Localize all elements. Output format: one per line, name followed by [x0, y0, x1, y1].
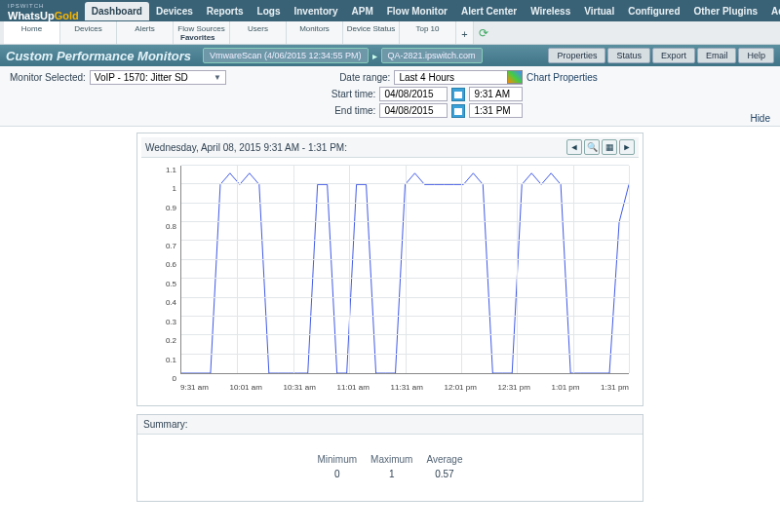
- nav-item-wireless[interactable]: Wireless: [524, 2, 577, 20]
- chart-grid: [180, 166, 629, 374]
- date-range-label: Date range:: [339, 72, 390, 83]
- summary-title: Summary:: [137, 415, 643, 435]
- summary-panel: Summary: Minimum Maximum Average 0 1 0.5…: [136, 414, 644, 502]
- sub-tab-users[interactable]: Users: [230, 21, 287, 44]
- brand-logo: IPSWITCH WhatsUpGold: [6, 0, 85, 23]
- nav-item-logs[interactable]: Logs: [251, 2, 288, 20]
- nav-item-admin[interactable]: Admin: [764, 2, 780, 20]
- summary-col-avg: Average: [426, 454, 462, 465]
- chevron-right-icon: ▸: [372, 51, 377, 61]
- caret-down-icon: ▼: [214, 73, 221, 82]
- sub-tab-devices[interactable]: Devices: [60, 21, 117, 44]
- y-axis: 00.10.20.30.40.50.60.70.80.911.1: [153, 166, 176, 374]
- nav-item-virtual[interactable]: Virtual: [577, 2, 621, 20]
- nav-item-configured[interactable]: Configured: [621, 2, 686, 20]
- end-time-label: End time:: [334, 105, 375, 116]
- chart-properties-link[interactable]: Chart Properties: [507, 70, 598, 84]
- chart-toolbar: ◄ 🔍 ▦ ►: [566, 139, 635, 155]
- nav-item-dashboard[interactable]: Dashboard: [85, 2, 149, 20]
- export-button[interactable]: Export: [652, 48, 695, 63]
- nav-item-other-plugins[interactable]: Other Plugins: [687, 2, 765, 20]
- help-button[interactable]: Help: [738, 48, 774, 63]
- main-nav: DashboardDevicesReportsLogsInventoryAPMF…: [85, 2, 780, 20]
- monitor-label: Monitor Selected:: [10, 72, 86, 83]
- chart-area: 00.10.20.30.40.50.60.70.80.911.1 9:31 am…: [141, 158, 639, 401]
- x-axis: 9:31 am10:01 am10:31 am11:01 am11:31 am1…: [180, 383, 629, 392]
- start-date-input[interactable]: 04/08/2015: [379, 87, 448, 101]
- favorites-label: Favorites: [180, 33, 215, 42]
- calendar-icon[interactable]: [451, 88, 465, 101]
- calendar-icon[interactable]: [451, 104, 465, 118]
- chart-export-button[interactable]: ▦: [602, 139, 617, 155]
- sub-tab-alerts[interactable]: Alerts: [117, 21, 174, 44]
- add-tab-button[interactable]: +: [456, 21, 474, 44]
- sub-tab-home[interactable]: Home: [4, 21, 60, 44]
- chart-next-button[interactable]: ►: [619, 139, 635, 155]
- end-time-input[interactable]: 1:31 PM: [469, 103, 523, 118]
- page-action-buttons: PropertiesStatusExportEmailHelp: [548, 48, 774, 63]
- email-button[interactable]: Email: [697, 48, 737, 63]
- summary-table: Minimum Maximum Average 0 1 0.57: [304, 450, 477, 483]
- breadcrumb: VmwareScan (4/06/2015 12:34:55 PM) ▸ QA-…: [203, 48, 483, 63]
- filter-controls: Monitor Selected: VoIP - 1570: Jitter SD…: [0, 66, 780, 127]
- nav-item-reports[interactable]: Reports: [200, 2, 251, 20]
- refresh-icon[interactable]: ⟳: [474, 21, 493, 44]
- summary-val-max: 1: [370, 469, 412, 479]
- properties-button[interactable]: Properties: [548, 48, 605, 63]
- nav-item-inventory[interactable]: Inventory: [287, 2, 344, 20]
- end-date-input[interactable]: 04/08/2015: [379, 103, 448, 118]
- chart-header: Wednesday, April 08, 2015 9:31 AM - 1:31…: [141, 137, 639, 158]
- nav-item-flow-monitor[interactable]: Flow Monitor: [380, 2, 454, 20]
- breadcrumb-item-1[interactable]: VmwareScan (4/06/2015 12:34:55 PM): [203, 48, 369, 63]
- summary-val-min: 0: [318, 469, 358, 479]
- summary-col-max: Maximum: [370, 454, 412, 465]
- sub-tab-monitors[interactable]: Monitors: [287, 21, 343, 44]
- summary-val-avg: 0.57: [426, 469, 462, 479]
- page-title: Custom Performance Monitors: [6, 49, 191, 63]
- summary-col-min: Minimum: [318, 454, 358, 465]
- date-range-select[interactable]: Last 4 Hours▼: [394, 70, 523, 85]
- start-time-input[interactable]: 9:31 AM: [469, 87, 523, 101]
- top-navbar: IPSWITCH WhatsUpGold DashboardDevicesRep…: [0, 0, 780, 21]
- nav-item-apm[interactable]: APM: [344, 2, 379, 20]
- chart-panel: Wednesday, April 08, 2015 9:31 AM - 1:31…: [136, 133, 644, 406]
- status-button[interactable]: Status: [607, 48, 650, 63]
- breadcrumb-item-2[interactable]: QA-2821.ipswitch.com: [381, 48, 483, 63]
- chart-prev-button[interactable]: ◄: [566, 139, 582, 155]
- sub-tab-top-10[interactable]: Top 10: [400, 21, 456, 44]
- page-title-bar: Custom Performance Monitors VmwareScan (…: [0, 45, 780, 66]
- nav-item-alert-center[interactable]: Alert Center: [454, 2, 524, 20]
- hide-link[interactable]: Hide: [750, 113, 770, 124]
- sub-navbar: HomeDevicesAlertsFlow SourcesUsersMonito…: [0, 21, 780, 45]
- nav-item-devices[interactable]: Devices: [149, 2, 200, 20]
- monitor-select[interactable]: VoIP - 1570: Jitter SD▼: [90, 70, 226, 85]
- chart-icon: [507, 70, 523, 84]
- start-time-label: Start time:: [332, 89, 376, 99]
- chart-zoom-button[interactable]: 🔍: [584, 139, 600, 155]
- summary-body: Minimum Maximum Average 0 1 0.57: [137, 435, 643, 501]
- sub-tab-device-status[interactable]: Device Status: [343, 21, 400, 44]
